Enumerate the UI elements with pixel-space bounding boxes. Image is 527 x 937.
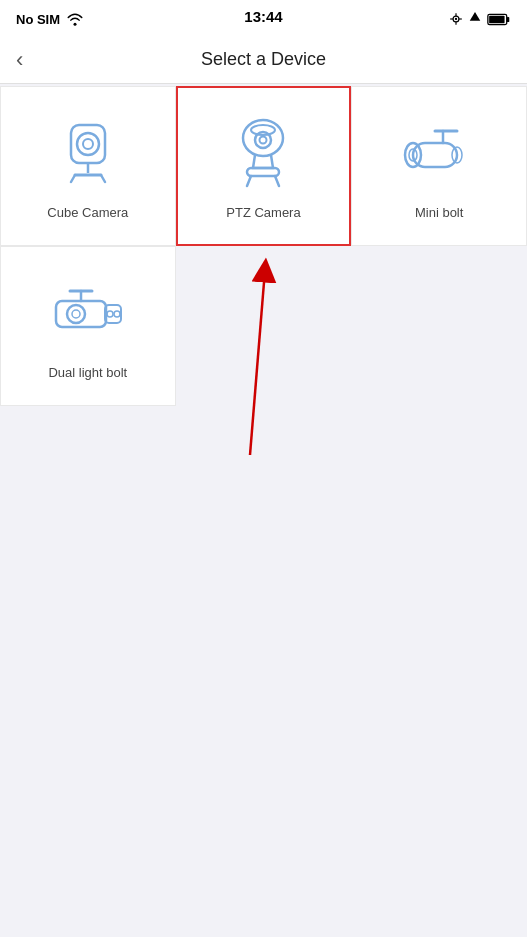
svg-line-15 — [71, 175, 75, 182]
dual-light-bolt-label: Dual light bolt — [48, 365, 127, 382]
empty-cell-2 — [351, 246, 527, 406]
wifi-icon — [66, 12, 84, 26]
svg-rect-21 — [247, 168, 279, 176]
svg-point-12 — [83, 139, 93, 149]
time-display: 13:44 — [244, 8, 282, 25]
svg-line-23 — [275, 176, 279, 186]
battery-icon — [487, 13, 511, 26]
mini-bolt-label: Mini bolt — [415, 205, 463, 222]
back-button[interactable]: ‹ — [16, 49, 23, 71]
device-grid-row1: Cube Camera PTZ Camera — [0, 86, 527, 246]
status-icons — [449, 12, 511, 26]
svg-point-18 — [251, 125, 275, 135]
carrier-text: No SIM — [16, 12, 60, 27]
svg-point-20 — [260, 136, 267, 143]
svg-line-22 — [247, 176, 251, 186]
device-cell-mini-bolt[interactable]: Mini bolt — [351, 86, 527, 246]
svg-line-16 — [101, 175, 105, 182]
svg-point-32 — [72, 310, 80, 318]
page-title: Select a Device — [201, 49, 326, 70]
device-cell-ptz-camera[interactable]: PTZ Camera — [176, 86, 352, 246]
location-icon — [449, 12, 463, 26]
carrier-wifi: No SIM — [16, 12, 84, 27]
mini-bolt-icon — [399, 115, 479, 195]
signal-icon — [469, 12, 481, 26]
svg-point-34 — [107, 311, 113, 317]
svg-point-31 — [67, 305, 85, 323]
status-bar: No SIM 13:44 — [0, 0, 527, 36]
ptz-camera-label: PTZ Camera — [226, 205, 300, 222]
page-header: ‹ Select a Device — [0, 36, 527, 84]
svg-rect-8 — [507, 16, 510, 21]
device-grid-row2: Dual light bolt — [0, 246, 527, 406]
ptz-camera-icon — [223, 115, 303, 195]
device-cell-cube-camera[interactable]: Cube Camera — [0, 86, 176, 246]
cube-camera-icon — [48, 115, 128, 195]
cube-camera-label: Cube Camera — [47, 205, 128, 222]
svg-point-11 — [77, 133, 99, 155]
empty-cell-1 — [176, 246, 352, 406]
device-cell-dual-light-bolt[interactable]: Dual light bolt — [0, 246, 176, 406]
dual-light-bolt-icon — [48, 275, 128, 355]
svg-rect-9 — [489, 15, 504, 23]
svg-point-35 — [114, 311, 120, 317]
svg-marker-6 — [470, 12, 481, 21]
svg-rect-30 — [56, 301, 106, 327]
svg-point-1 — [455, 18, 457, 20]
